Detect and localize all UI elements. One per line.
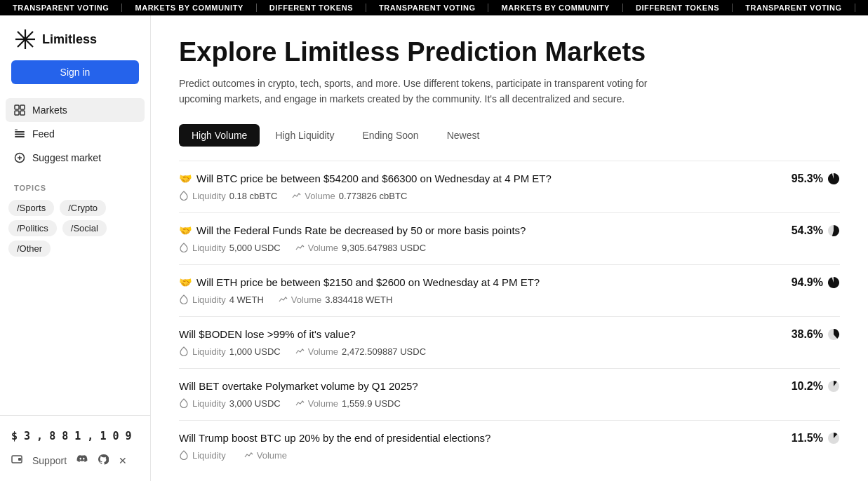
logo-icon bbox=[14, 28, 36, 50]
support-label[interactable]: Support bbox=[32, 455, 67, 466]
nav-item-suggest[interactable]: Suggest market bbox=[6, 146, 145, 170]
ticker-item: TRANSPARENT VOTING bbox=[0, 4, 122, 12]
market-row[interactable]: 🤝 Will BTC price be between $54200 and $… bbox=[179, 161, 840, 212]
pie-chart-icon bbox=[827, 224, 840, 237]
liquidity-meta: Liquidity bbox=[179, 450, 229, 461]
liquidity-meta: Liquidity 5,000 USDC bbox=[179, 243, 281, 253]
market-meta: Liquidity 0.18 cbBTC Volume 0.773826 cbB… bbox=[179, 191, 840, 201]
liquidity-value: 3,000 USDC bbox=[229, 398, 281, 409]
market-title-text: Will Trump boost BTC up 20% by the end o… bbox=[179, 432, 490, 444]
nav-item-feed[interactable]: Feed bbox=[6, 122, 145, 146]
liquidity-meta: Liquidity 1,000 USDC bbox=[179, 346, 281, 357]
market-title: Will $BODEN lose >99% of it's value? bbox=[179, 328, 356, 340]
support-row: Support ✕ bbox=[11, 448, 139, 473]
sign-in-button[interactable]: Sign in bbox=[11, 60, 139, 84]
filter-tab-high-liquidity[interactable]: High Liquidity bbox=[262, 124, 347, 147]
nav-feed-label: Feed bbox=[32, 128, 55, 140]
market-title-text: Will ETH price be between $2150 and $260… bbox=[196, 276, 540, 288]
liquidity-label: Liquidity bbox=[192, 398, 226, 409]
volume-value: 2,472.509887 USDC bbox=[342, 346, 426, 357]
filter-tab-high-volume[interactable]: High Volume bbox=[179, 124, 260, 147]
nav-item-markets[interactable]: Markets bbox=[6, 98, 145, 122]
liquidity-icon bbox=[179, 398, 189, 408]
liquidity-value: 4 WETH bbox=[229, 294, 264, 305]
market-header: 🤝 Will BTC price be between $54200 and $… bbox=[179, 172, 840, 185]
page-title: Explore Limitless Prediction Markets bbox=[179, 38, 840, 67]
pie-chart-icon bbox=[827, 380, 840, 393]
filter-tab-newest[interactable]: Newest bbox=[434, 124, 493, 147]
filter-tab-ending-soon[interactable]: Ending Soon bbox=[349, 124, 431, 147]
market-row[interactable]: 🤝 Will ETH price be between $2150 and $2… bbox=[179, 264, 840, 316]
liquidity-label: Liquidity bbox=[192, 294, 226, 305]
close-icon[interactable]: ✕ bbox=[119, 455, 127, 466]
liquidity-meta: Liquidity 3,000 USDC bbox=[179, 398, 281, 409]
github-icon[interactable] bbox=[98, 454, 109, 467]
market-list: 🤝 Will BTC price be between $54200 and $… bbox=[179, 161, 840, 472]
ticker-item: MARKETS BY COMMUNITY bbox=[122, 4, 256, 12]
volume-value: 3.834418 WETH bbox=[325, 294, 392, 305]
market-meta: Liquidity 3,000 USDC Volume 1,559.9 USDC bbox=[179, 398, 840, 409]
svg-rect-5 bbox=[20, 105, 25, 109]
volume-icon bbox=[243, 450, 253, 460]
volume-icon bbox=[295, 346, 305, 356]
topic-tag[interactable]: /Sports bbox=[8, 200, 54, 216]
suggest-icon bbox=[14, 152, 25, 163]
volume-meta: Volume bbox=[243, 450, 291, 461]
liquidity-value: 1,000 USDC bbox=[229, 346, 281, 357]
svg-rect-10 bbox=[15, 136, 25, 137]
liquidity-icon bbox=[179, 243, 189, 252]
volume-meta: Volume 2,472.509887 USDC bbox=[295, 346, 426, 357]
percent-value: 11.5% bbox=[792, 432, 823, 445]
liquidity-value: 5,000 USDC bbox=[229, 243, 281, 253]
percent-value: 10.2% bbox=[792, 380, 823, 393]
volume-meta: Volume 9,305.647983 USDC bbox=[295, 243, 426, 253]
market-header: Will BET overtake Polymarket volume by Q… bbox=[179, 380, 840, 393]
market-row[interactable]: Will Trump boost BTC up 20% by the end o… bbox=[179, 420, 840, 472]
wallet-icon bbox=[11, 454, 22, 467]
volume-counter: $ 3 , 8 8 1 , 1 0 9 bbox=[11, 424, 139, 448]
market-row[interactable]: Will $BODEN lose >99% of it's value? 38.… bbox=[179, 316, 840, 368]
volume-label: Volume bbox=[308, 243, 338, 253]
topic-tag[interactable]: /Crypto bbox=[60, 200, 106, 216]
market-meta: Liquidity 5,000 USDC Volume 9,305.647983… bbox=[179, 243, 840, 253]
volume-icon bbox=[295, 243, 305, 252]
liquidity-label: Liquidity bbox=[192, 191, 226, 201]
market-percent: 54.3% bbox=[792, 224, 840, 237]
market-row[interactable]: 🤝 Will the Federal Funds Rate be decreas… bbox=[179, 212, 840, 264]
market-header: 🤝 Will ETH price be between $2150 and $2… bbox=[179, 276, 840, 289]
svg-rect-16 bbox=[18, 458, 21, 461]
market-row[interactable]: Will BET overtake Polymarket volume by Q… bbox=[179, 368, 840, 420]
market-title: 🤝 Will ETH price be between $2150 and $2… bbox=[179, 276, 540, 289]
topic-tag[interactable]: /Politics bbox=[8, 220, 57, 236]
percent-value: 38.6% bbox=[792, 328, 823, 341]
topic-tag[interactable]: /Other bbox=[8, 240, 51, 257]
volume-label: Volume bbox=[308, 398, 338, 409]
volume-meta: Volume 0.773826 cbBTC bbox=[291, 191, 407, 201]
ticker-item: MARKETS BY COMMUNITY bbox=[488, 4, 622, 12]
market-title: 🤝 Will BTC price be between $54200 and $… bbox=[179, 172, 552, 185]
pie-chart-icon bbox=[827, 328, 840, 341]
markets-icon bbox=[14, 104, 25, 116]
svg-rect-8 bbox=[15, 131, 25, 133]
discord-icon[interactable] bbox=[76, 454, 88, 467]
volume-icon bbox=[278, 294, 288, 304]
topics-section: TOPICS /Sports/Crypto/Politics/Social/Ot… bbox=[0, 172, 150, 264]
pie-chart-icon bbox=[827, 432, 840, 445]
ticker-item: DIFFERENT TOKENS bbox=[623, 4, 733, 12]
liquidity-meta: Liquidity 0.18 cbBTC bbox=[179, 191, 277, 201]
sidebar-bottom: $ 3 , 8 8 1 , 1 0 9 Support ✕ bbox=[0, 415, 150, 481]
volume-value: 1,559.9 USDC bbox=[342, 398, 401, 409]
svg-rect-6 bbox=[15, 111, 19, 115]
topic-tag[interactable]: /Social bbox=[62, 220, 107, 236]
liquidity-value: 0.18 cbBTC bbox=[229, 191, 278, 201]
topics-label: TOPICS bbox=[6, 184, 145, 198]
page-subtitle: Predict outcomes in crypto, tech, sports… bbox=[179, 76, 684, 107]
market-emoji: 🤝 bbox=[179, 224, 192, 237]
pie-chart-icon bbox=[827, 172, 840, 185]
market-title: 🤝 Will the Federal Funds Rate be decreas… bbox=[179, 224, 526, 237]
feed-icon bbox=[14, 128, 25, 140]
volume-icon bbox=[295, 398, 305, 408]
svg-rect-7 bbox=[20, 111, 25, 115]
filter-tabs: High VolumeHigh LiquidityEnding SoonNewe… bbox=[179, 124, 840, 147]
nav-suggest-label: Suggest market bbox=[32, 152, 101, 163]
